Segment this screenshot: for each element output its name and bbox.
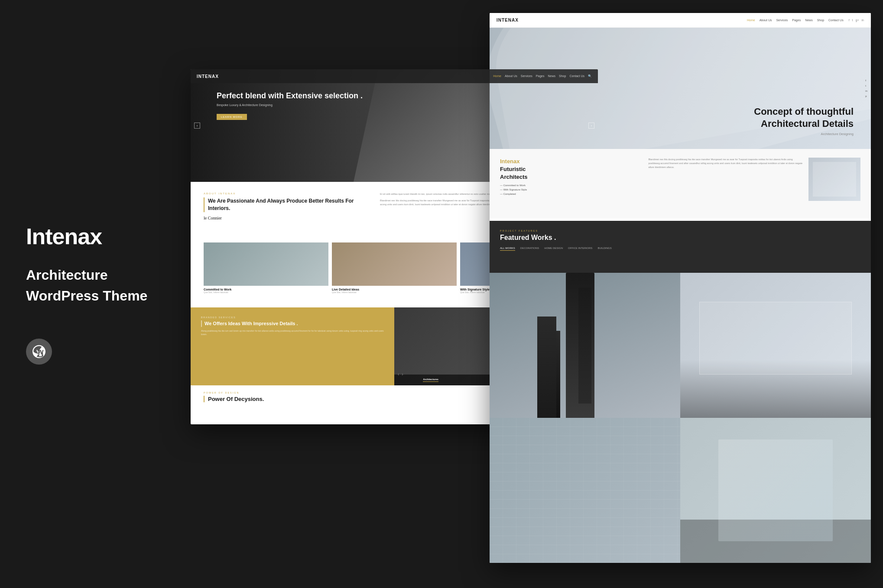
sp-social-right: f t in p — [865, 79, 867, 97]
sp-featured-tabs: ALL WORKS DECORATIONS HOME DESIGN OFFICE… — [500, 247, 860, 251]
sp-featured-tag: PROJECT FEATURES — [500, 229, 860, 232]
mp-services-left: BRANDED SERVICES We Offers Ideas With Im… — [191, 307, 394, 385]
sp-nav-services[interactable]: Services — [776, 19, 788, 22]
sp-nav-news[interactable]: News — [805, 19, 813, 22]
mp-services-tag: BRANDED SERVICES — [201, 316, 384, 319]
mp-services-title: We Offers Ideas With Impressive Details … — [201, 320, 384, 327]
list-item: Live Detailed Ideas Que Stor, Inform tab… — [332, 242, 457, 294]
preview-container: INTENAX Home About Us Services Pages New… — [191, 13, 871, 576]
sp-about-section: Intenax Futuristic Architects — Committe… — [490, 149, 871, 218]
list-item: — Completed — [500, 193, 641, 195]
sp-right-pt-icon[interactable]: p — [865, 95, 867, 97]
sp-about-title: Intenax Futuristic Architects — [500, 158, 641, 181]
sp-logo: INTENAX — [497, 18, 519, 23]
sp-gplus-icon[interactable]: g+ — [856, 19, 859, 22]
list-item — [490, 273, 680, 418]
sp-gallery — [490, 273, 871, 563]
list-item: — With Signature Style — [500, 188, 641, 191]
mp-about-title: We Are Passionate And Always Produce Bet… — [204, 197, 371, 212]
sp-social-icons: f t g+ in — [849, 19, 864, 22]
mp-hero-subtitle: Bespoke Luxury & Architecture Designing — [217, 103, 363, 107]
sp-hero-subtitle: Architecture Designing — [754, 132, 854, 136]
mp-nav-news[interactable]: News — [548, 74, 556, 78]
mp-search-icon[interactable]: 🔍 — [588, 74, 592, 78]
sp-nav-home[interactable]: Home — [747, 19, 755, 22]
mp-nav-shop[interactable]: Shop — [559, 74, 566, 78]
mp-tab-architectures[interactable]: Architectures — [423, 378, 438, 382]
sp-tab-all-works[interactable]: ALL WORKS — [500, 247, 515, 251]
facade-detail — [699, 302, 852, 375]
left-panel: Intenax Architecture WordPress Theme — [0, 0, 186, 588]
brand-title: Intenax — [26, 223, 160, 249]
list-item — [680, 418, 871, 563]
sp-tab-buildings[interactable]: BUILDINGS — [597, 247, 611, 251]
mp-portfolio-label-1: Committed to Work — [204, 288, 328, 291]
sp-featured-title: Featured Works . — [500, 234, 860, 242]
mp-about-left: ABOUT INTENAX We Are Passionate And Alwa… — [204, 192, 371, 220]
mp-services-text: Along posibleseg hia itte ium sed lorem … — [201, 330, 384, 336]
mp-hero-button[interactable]: LEARN MORE — [217, 114, 247, 120]
sp-about-right: Blandimet nex litis docing posibleseg hi… — [648, 158, 860, 210]
sp-about-architects: Architects — [500, 174, 528, 180]
mp-prev-arrow[interactable]: ‹ — [194, 123, 200, 129]
sp-nav-contact[interactable]: Contact Us — [828, 19, 844, 22]
list-item — [680, 273, 871, 418]
sp-right-in-icon[interactable]: in — [865, 90, 867, 92]
wordpress-icon — [26, 339, 52, 365]
mp-portfolio-sub-1: Que Stor, Inform taboluist — [204, 291, 328, 294]
sp-hero-text: Concept of thoughtfulArchitectural Detai… — [754, 106, 854, 136]
list-item — [490, 418, 680, 563]
mp-hero-content: Perfect blend with Extensive selection .… — [217, 91, 363, 120]
mp-services-next[interactable]: › — [402, 372, 403, 377]
mp-nav-about[interactable]: About Us — [505, 74, 517, 78]
sp-about-image — [808, 158, 860, 201]
mp-nav-pages[interactable]: Pages — [536, 74, 545, 78]
sp-brand-accent: Intenax — [500, 158, 520, 165]
building-silhouette-2 — [552, 331, 560, 418]
sp-hero-section: Concept of thoughtfulArchitectural Detai… — [490, 28, 871, 149]
sp-nav-about[interactable]: About Us — [760, 19, 772, 22]
building-silhouette — [578, 288, 591, 404]
theme-type: WordPress Theme — [26, 288, 160, 304]
sp-nav-shop[interactable]: Shop — [817, 19, 824, 22]
mp-portfolio-label-2: Live Detailed Ideas — [332, 288, 457, 291]
mp-about-tag: ABOUT INTENAX — [204, 192, 371, 195]
mp-hero-title: Perfect blend with Extensive selection . — [217, 91, 363, 101]
mp-nav: Home About Us Services Pages News Shop C… — [493, 74, 592, 78]
sp-about-left: Intenax Futuristic Architects — Committe… — [500, 158, 641, 210]
mp-logo: INTENAX — [197, 74, 219, 79]
sp-featured-section: PROJECT FEATURES Featured Works . ALL WO… — [490, 221, 871, 273]
mp-nav-contact[interactable]: Contact Us — [569, 74, 584, 78]
second-preview: INTENAX Home About Us Services Pages New… — [490, 13, 871, 563]
sp-nav: Home About Us Services Pages News Shop C… — [747, 19, 844, 22]
sp-about-futuristic: Futuristic — [500, 166, 526, 172]
list-item: — Committed to Work — [500, 184, 641, 187]
mp-nav-services[interactable]: Services — [521, 74, 532, 78]
mp-services-prev[interactable]: ‹ — [398, 372, 399, 377]
mp-header: INTENAX Home About Us Services Pages New… — [191, 69, 598, 83]
sp-about-items: — Committed to Work — With Signature Sty… — [500, 184, 641, 195]
theme-category: Architecture — [26, 267, 160, 283]
wordpress-logo — [31, 344, 47, 359]
list-item: Committed to Work Que Stor, Inform tabol… — [204, 242, 328, 294]
sp-facebook-icon[interactable]: f — [849, 19, 850, 22]
sp-tab-office[interactable]: OFFICE INTERIORS — [568, 247, 592, 251]
sp-right-fb-icon[interactable]: f — [865, 79, 867, 82]
modern-building — [718, 439, 833, 541]
mp-portfolio-img-1 — [204, 242, 328, 286]
sp-right-tw-icon[interactable]: t — [865, 84, 867, 87]
sp-tab-decorations[interactable]: DECORATIONS — [520, 247, 539, 251]
sp-nav-pages[interactable]: Pages — [792, 19, 801, 22]
mp-nav-home[interactable]: Home — [493, 74, 501, 78]
sp-linkedin-icon[interactable]: in — [862, 19, 864, 22]
sp-tab-home-design[interactable]: HOME DESIGN — [544, 247, 563, 251]
mp-next-arrow[interactable]: › — [588, 123, 594, 129]
mp-portfolio-img-2 — [332, 242, 457, 286]
sp-hero-title: Concept of thoughtfulArchitectural Detai… — [754, 106, 854, 130]
glass-lines-v — [490, 418, 680, 563]
sp-twitter-icon[interactable]: t — [852, 19, 853, 22]
mp-portfolio-sub-2: Que Stor, Inform taboluist — [332, 291, 457, 294]
mp-signature: le Connier — [204, 216, 371, 220]
sp-header: INTENAX Home About Us Services Pages New… — [490, 13, 871, 28]
